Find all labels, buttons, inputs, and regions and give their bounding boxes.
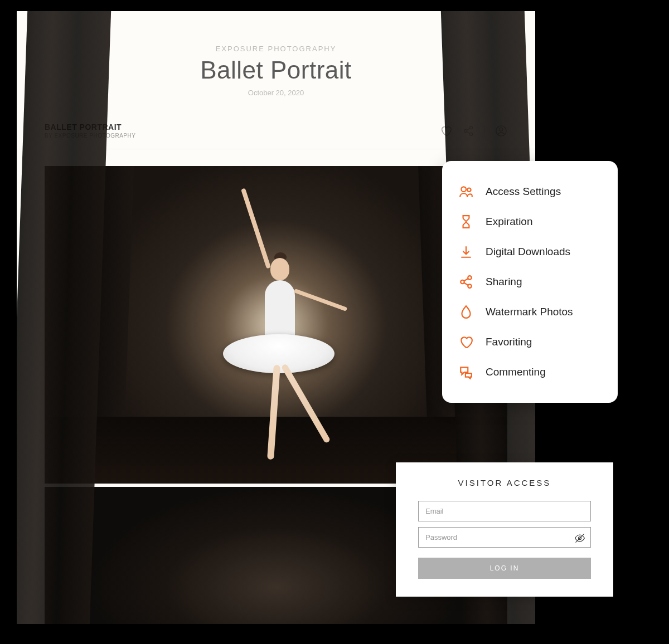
svg-line-13 — [464, 283, 468, 285]
settings-item-favoriting[interactable]: Favoriting — [459, 327, 601, 357]
svg-point-8 — [467, 188, 471, 192]
svg-point-7 — [461, 187, 466, 192]
droplet-icon — [459, 305, 473, 319]
settings-panel: Access Settings Expiration Digital Downl… — [442, 161, 618, 403]
hourglass-icon — [459, 214, 473, 229]
settings-item-watermark[interactable]: Watermark Photos — [459, 297, 601, 327]
svg-point-11 — [468, 284, 472, 287]
password-field[interactable] — [418, 527, 591, 548]
login-button[interactable]: LOG IN — [418, 558, 591, 579]
settings-label: Access Settings — [486, 186, 561, 198]
settings-item-access[interactable]: Access Settings — [459, 177, 601, 207]
settings-item-downloads[interactable]: Digital Downloads — [459, 237, 601, 267]
settings-label: Commenting — [486, 366, 546, 378]
svg-point-9 — [468, 276, 472, 280]
comment-icon — [459, 365, 473, 379]
settings-item-commenting[interactable]: Commenting — [459, 357, 601, 387]
svg-point-10 — [460, 280, 464, 284]
settings-label: Expiration — [486, 216, 533, 228]
heart-icon — [459, 335, 473, 349]
settings-item-expiration[interactable]: Expiration — [459, 207, 601, 237]
email-field[interactable] — [418, 501, 591, 521]
visitor-access-panel: VISITOR ACCESS LOG IN — [396, 462, 613, 597]
settings-label: Sharing — [486, 276, 522, 288]
settings-item-sharing[interactable]: Sharing — [459, 267, 601, 297]
toggle-password-visibility-icon[interactable] — [574, 533, 585, 546]
svg-line-12 — [464, 279, 468, 281]
settings-label: Watermark Photos — [486, 306, 573, 318]
settings-label: Digital Downloads — [486, 246, 570, 258]
settings-label: Favoriting — [486, 336, 532, 348]
visitor-access-title: VISITOR ACCESS — [418, 478, 591, 487]
people-icon — [459, 184, 473, 199]
download-icon — [459, 245, 473, 259]
gallery-photo[interactable] — [45, 166, 507, 484]
share-icon — [459, 275, 473, 289]
